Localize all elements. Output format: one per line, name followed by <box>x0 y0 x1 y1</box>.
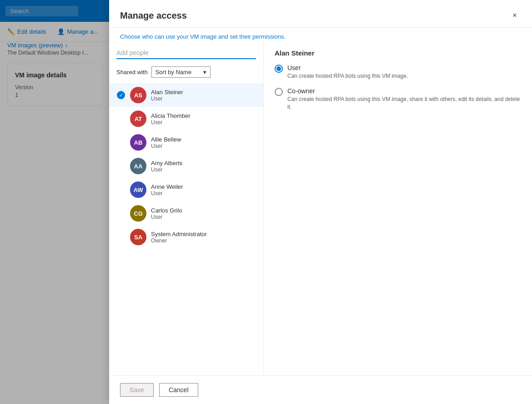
selected-person-name: Alan Steiner <box>275 49 521 57</box>
person-item[interactable]: SASystem AdministratorOwner <box>109 225 263 249</box>
person-name: Amy Alberts <box>151 160 241 167</box>
modal-header: Manage access × <box>109 0 532 28</box>
person-check <box>116 91 125 99</box>
permission-option-coowner[interactable]: Co-ownerCan create hosted RPA bots using… <box>275 87 521 111</box>
person-item[interactable]: ABAllie BellewUser✕ <box>109 131 263 154</box>
avatar: AA <box>130 158 146 174</box>
permission-desc: Can create hosted RPA bots using this VM… <box>287 96 521 111</box>
permissions-container: UserCan create hosted RPA bots using thi… <box>275 64 521 111</box>
person-role: User <box>151 190 241 197</box>
person-name: Anne Weiler <box>151 183 241 190</box>
person-info: System AdministratorOwner <box>151 231 256 244</box>
checkmark-icon <box>117 91 125 99</box>
person-name: Allie Bellew <box>151 136 241 143</box>
avatar: AB <box>130 134 146 151</box>
modal-body: Shared with Sort by Name ▾ ASAlan Steine… <box>109 40 532 375</box>
person-info: Anne WeilerUser <box>151 183 241 197</box>
person-info: Amy AlbertsUser <box>151 160 241 173</box>
add-people-input[interactable] <box>116 47 256 59</box>
person-item[interactable]: ATAlicia ThomberUser✕ <box>109 107 263 131</box>
modal-subtitle: Choose who can use your VM image and set… <box>109 28 532 40</box>
modal-left-section: Shared with Sort by Name ▾ ASAlan Steine… <box>109 40 264 375</box>
shared-with-label: Shared with <box>116 69 148 76</box>
sort-label: Sort by Name <box>156 69 191 76</box>
person-role: User <box>151 167 241 173</box>
close-button[interactable]: × <box>508 9 521 22</box>
person-role: User <box>151 214 241 220</box>
radio-coowner[interactable] <box>275 88 283 96</box>
person-item[interactable]: AAAmy AlbertsUser✕ <box>109 154 263 178</box>
modal-footer: Save Cancel <box>109 375 532 404</box>
permission-desc: Can create hosted RPA bots using this VM… <box>287 72 408 80</box>
person-role: User <box>151 143 241 149</box>
person-name: Alicia Thomber <box>151 112 241 119</box>
avatar: AW <box>130 182 146 198</box>
person-name: Carlos Grilo <box>151 207 241 214</box>
permission-label: Co-owner <box>287 87 521 95</box>
person-role: Owner <box>151 237 256 244</box>
manage-access-modal: Manage access × Choose who can use your … <box>109 0 532 404</box>
permission-label: User <box>287 64 408 71</box>
person-info: Alicia ThomberUser <box>151 112 241 126</box>
person-name: System Administrator <box>151 231 256 237</box>
person-info: Allie BellewUser <box>151 136 241 149</box>
avatar: AS <box>130 87 146 103</box>
shared-with-row: Shared with Sort by Name ▾ <box>109 66 263 83</box>
avatar: SA <box>130 229 146 245</box>
person-info: Carlos GriloUser <box>151 207 241 220</box>
save-button[interactable]: Save <box>120 383 154 397</box>
person-item[interactable]: AWAnne WeilerUser✕ <box>109 178 263 202</box>
permission-option-user[interactable]: UserCan create hosted RPA bots using thi… <box>275 64 521 80</box>
people-list: ASAlan SteinerUser✕ATAlicia ThomberUser✕… <box>109 83 263 368</box>
person-item[interactable]: CGCarlos GriloUser✕ <box>109 202 263 225</box>
person-role: User <box>151 119 241 126</box>
modal-title: Manage access <box>120 10 187 21</box>
radio-user[interactable] <box>275 65 283 73</box>
modal-right-section: Alan Steiner UserCan create hosted RPA b… <box>264 40 532 375</box>
avatar: CG <box>130 205 146 222</box>
chevron-down-icon: ▾ <box>203 69 206 76</box>
person-info: Alan SteinerUser <box>151 89 241 102</box>
avatar: AT <box>130 111 146 127</box>
cancel-button[interactable]: Cancel <box>159 383 198 397</box>
person-role: User <box>151 96 241 102</box>
person-item[interactable]: ASAlan SteinerUser✕ <box>109 83 263 107</box>
person-name: Alan Steiner <box>151 89 241 96</box>
sort-dropdown[interactable]: Sort by Name ▾ <box>151 66 211 78</box>
